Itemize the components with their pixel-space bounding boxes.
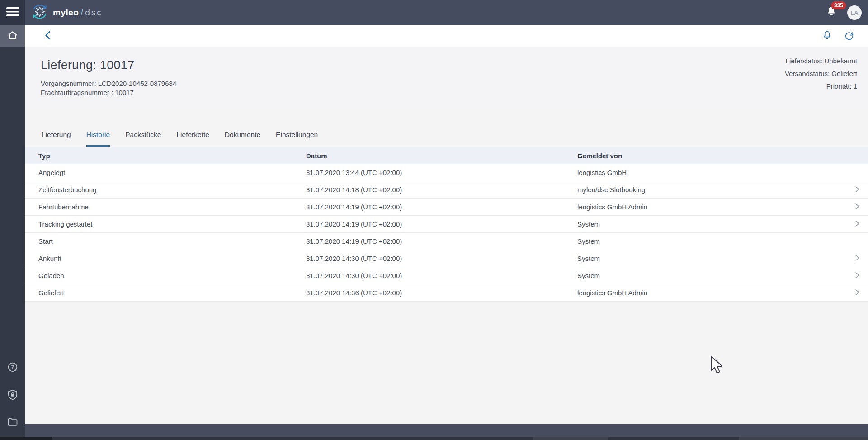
cell-typ: Tracking gestartet bbox=[38, 220, 306, 228]
cell-datum: 31.07.2020 14:30 (UTC +02:00) bbox=[306, 255, 577, 262]
frachtauftragsnummer: Frachtauftragsnummer : 10017 bbox=[41, 88, 176, 97]
cell-typ: Fahrtübernahme bbox=[38, 203, 306, 211]
tab-bar: LieferungHistoriePackstückeLieferketteDo… bbox=[25, 109, 868, 147]
topbar-right: 335 LA bbox=[826, 5, 868, 20]
bell-outline-icon bbox=[822, 30, 832, 43]
bottom-edge-strip bbox=[0, 437, 868, 440]
row-detail-chevron-icon[interactable] bbox=[855, 186, 860, 194]
help-icon: ? bbox=[7, 362, 18, 374]
row-detail-chevron-icon[interactable] bbox=[855, 203, 860, 211]
myleo-logo-icon bbox=[31, 3, 48, 22]
tab-label: Historie bbox=[86, 131, 110, 147]
gemeldet-von-text: System bbox=[577, 237, 600, 245]
table-row[interactable]: Ankunft31.07.2020 14:30 (UTC +02:00)Syst… bbox=[25, 250, 868, 267]
notification-count-badge: 335 bbox=[831, 1, 846, 9]
cell-gemeldet-von: System bbox=[577, 272, 868, 280]
cell-typ: Geliefert bbox=[38, 289, 306, 297]
row-detail-chevron-icon[interactable] bbox=[855, 220, 860, 228]
cell-gemeldet-von: leogistics GmbH bbox=[577, 169, 868, 176]
toolbar bbox=[25, 25, 868, 47]
brand-logo[interactable]: myleo/dsc bbox=[31, 3, 103, 22]
cell-typ: Ankunft bbox=[38, 255, 306, 262]
cell-gemeldet-von: System bbox=[577, 220, 868, 228]
vorgangsnummer: Vorgangsnummer: LCD2020-10452-0879684 bbox=[41, 79, 176, 88]
privacy-button[interactable] bbox=[5, 388, 20, 404]
sidebar: ? bbox=[0, 25, 25, 437]
brand-separator: / bbox=[80, 8, 83, 17]
cell-gemeldet-von: System bbox=[577, 255, 868, 263]
shield-lock-icon bbox=[7, 389, 18, 402]
prioritaet: Priorität: 1 bbox=[785, 80, 857, 93]
history-table-body: Angelegt31.07.2020 13:44 (UTC +02:00)leo… bbox=[25, 164, 868, 302]
tab-lieferung[interactable]: Lieferung bbox=[34, 131, 79, 147]
cell-datum: 31.07.2020 14:19 (UTC +02:00) bbox=[306, 237, 577, 245]
cell-datum: 31.07.2020 14:18 (UTC +02:00) bbox=[306, 186, 577, 194]
tab-dokumente[interactable]: Dokumente bbox=[217, 131, 268, 147]
tab-label: Einstellungen bbox=[276, 131, 318, 147]
help-button[interactable]: ? bbox=[5, 360, 20, 376]
row-detail-chevron-icon[interactable] bbox=[855, 289, 860, 297]
topbar: myleo/dsc 335 LA bbox=[0, 0, 868, 25]
page-header: Lieferung: 10017 Vorgangsnummer: LCD2020… bbox=[25, 47, 868, 109]
back-button[interactable] bbox=[42, 29, 53, 43]
brand-primary: myleo bbox=[53, 8, 79, 17]
tab-label: Lieferung bbox=[42, 131, 71, 147]
sidebar-item-home[interactable] bbox=[0, 25, 25, 47]
column-header-typ: Typ bbox=[38, 152, 306, 160]
cell-gemeldet-von: leogistics GmbH Admin bbox=[577, 289, 868, 297]
cell-gemeldet-von: myleo/dsc Slotbooking bbox=[577, 186, 868, 194]
content-filler bbox=[25, 302, 868, 424]
table-header-row: Typ Datum Gemeldet von bbox=[25, 147, 868, 164]
cell-datum: 31.07.2020 14:36 (UTC +02:00) bbox=[306, 289, 577, 297]
cell-datum: 31.07.2020 13:44 (UTC +02:00) bbox=[306, 169, 577, 176]
row-detail-chevron-icon[interactable] bbox=[855, 272, 860, 280]
gemeldet-von-text: leogistics GmbH Admin bbox=[577, 203, 647, 211]
tab-label: Lieferkette bbox=[176, 131, 209, 147]
tab-historie[interactable]: Historie bbox=[79, 131, 118, 147]
subscribe-notifications-button[interactable] bbox=[820, 28, 834, 44]
sidebar-bottom: ? bbox=[0, 360, 25, 431]
table-row[interactable]: Geladen31.07.2020 14:30 (UTC +02:00)Syst… bbox=[25, 267, 868, 284]
cell-datum: 31.07.2020 14:30 (UTC +02:00) bbox=[306, 272, 577, 279]
bell-icon bbox=[826, 12, 837, 19]
gemeldet-von-text: myleo/dsc Slotbooking bbox=[577, 186, 645, 194]
brand-secondary: dsc bbox=[85, 8, 103, 17]
lieferstatus: Lieferstatus: Unbekannt bbox=[785, 55, 857, 67]
table-row[interactable]: Zeitfensterbuchung31.07.2020 14:18 (UTC … bbox=[25, 181, 868, 199]
refresh-icon bbox=[844, 30, 854, 42]
footer-bar bbox=[25, 424, 868, 437]
folder-icon bbox=[7, 417, 18, 429]
column-header-datum: Datum bbox=[306, 152, 577, 160]
svg-text:?: ? bbox=[11, 364, 14, 370]
refresh-button[interactable] bbox=[842, 28, 856, 44]
home-icon bbox=[7, 30, 18, 42]
row-detail-chevron-icon[interactable] bbox=[855, 255, 860, 263]
table-row: Angelegt31.07.2020 13:44 (UTC +02:00)leo… bbox=[25, 164, 868, 181]
hamburger-icon bbox=[6, 6, 19, 19]
cell-typ: Start bbox=[38, 237, 306, 245]
gemeldet-von-text: leogistics GmbH bbox=[577, 169, 627, 176]
cell-gemeldet-von: leogistics GmbH Admin bbox=[577, 203, 868, 211]
back-chevron-icon bbox=[44, 31, 52, 41]
tab-lieferkette[interactable]: Lieferkette bbox=[169, 131, 217, 147]
avatar[interactable]: LA bbox=[847, 5, 862, 20]
header-status: Lieferstatus: Unbekannt Versandstatus: G… bbox=[785, 55, 857, 93]
tab-packstücke[interactable]: Packstücke bbox=[118, 131, 169, 147]
versandstatus: Versandstatus: Geliefert bbox=[785, 67, 857, 80]
table-row[interactable]: Fahrtübernahme31.07.2020 14:19 (UTC +02:… bbox=[25, 199, 868, 216]
tab-label: Packstücke bbox=[125, 131, 161, 147]
header-subtitles: Vorgangsnummer: LCD2020-10452-0879684 Fr… bbox=[41, 79, 176, 97]
gemeldet-von-text: leogistics GmbH Admin bbox=[577, 289, 647, 297]
tab-einstellungen[interactable]: Einstellungen bbox=[268, 131, 326, 147]
table-row[interactable]: Geliefert31.07.2020 14:36 (UTC +02:00)le… bbox=[25, 284, 868, 302]
table-row[interactable]: Tracking gestartet31.07.2020 14:19 (UTC … bbox=[25, 216, 868, 233]
archive-button[interactable] bbox=[5, 415, 20, 431]
notifications-button[interactable]: 335 bbox=[826, 5, 837, 20]
gemeldet-von-text: System bbox=[577, 220, 600, 228]
cell-typ: Geladen bbox=[38, 272, 306, 279]
brand-text: myleo/dsc bbox=[53, 8, 103, 18]
gemeldet-von-text: System bbox=[577, 255, 600, 262]
cell-gemeldet-von: System bbox=[577, 237, 868, 245]
cell-typ: Zeitfensterbuchung bbox=[38, 186, 306, 194]
hamburger-menu-button[interactable] bbox=[0, 0, 25, 25]
